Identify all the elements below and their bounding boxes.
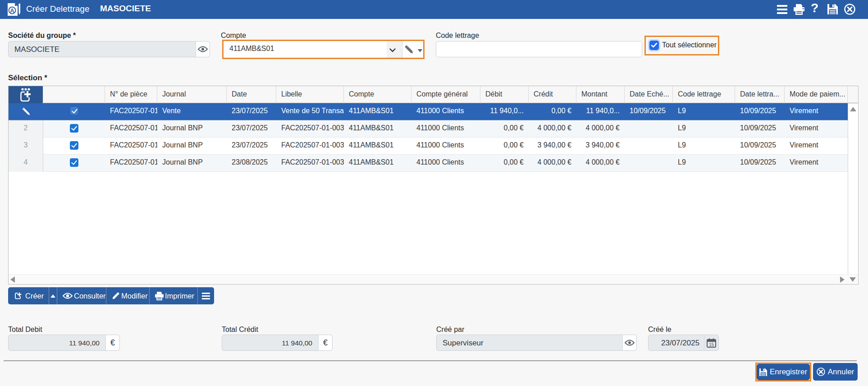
svg-text:15: 15 bbox=[709, 342, 714, 347]
svg-text:A: A bbox=[10, 7, 14, 14]
